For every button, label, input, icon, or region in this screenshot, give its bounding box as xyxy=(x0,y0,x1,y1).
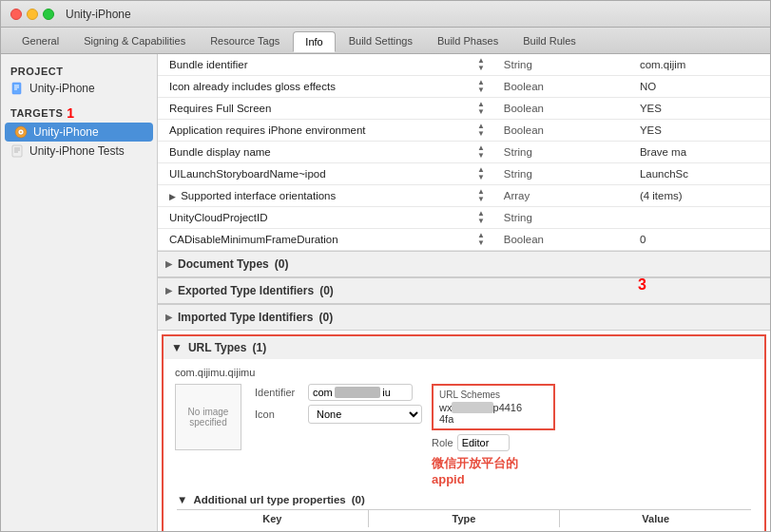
identifier-value-prefix: com xyxy=(313,387,333,398)
url-schemes-label: URL Schemes xyxy=(439,390,548,400)
tab-build-phases[interactable]: Build Phases xyxy=(426,31,510,50)
tab-general[interactable]: General xyxy=(10,31,70,50)
table-row: Application requires iPhone environment … xyxy=(158,120,770,142)
minimize-button[interactable] xyxy=(27,9,38,20)
stepper[interactable]: ▲▼ xyxy=(470,232,492,247)
icon-row: Icon None xyxy=(255,405,422,424)
url-types-count: (1) xyxy=(252,341,266,354)
stepper[interactable]: ▲▼ xyxy=(470,144,492,160)
tab-resource-tags[interactable]: Resource Tags xyxy=(199,31,291,50)
document-types-label: Document Types xyxy=(178,257,269,271)
expand-icon: ▼ xyxy=(171,341,183,354)
triangle-icon: ▼ xyxy=(177,494,187,505)
imported-types-label: Imported Type Identifiers xyxy=(178,311,313,324)
table-row: Icon already includes gloss effects ▲▼ B… xyxy=(158,76,770,98)
wx-prefix: wx xyxy=(439,402,452,413)
url-types-body: com.qijimu.qijimu No image specified Ide… xyxy=(164,359,764,531)
tab-build-rules[interactable]: Build Rules xyxy=(511,31,588,50)
col-type: Type xyxy=(369,510,561,527)
collapse-icon: ▶ xyxy=(165,286,172,295)
sidebar-unity-iphone[interactable]: Unity-iPhone xyxy=(5,123,153,142)
stepper[interactable]: ▲▼ xyxy=(470,166,492,181)
targets-section-label: TARGETS 1 xyxy=(1,98,157,123)
additional-count: (0) xyxy=(352,494,365,505)
exported-types-count: (0) xyxy=(319,284,334,297)
window-title: Unity-iPhone xyxy=(66,8,131,21)
expand-icon[interactable]: ▶ xyxy=(169,192,176,201)
table-row: UILaunchStoryboardName~ipod ▲▼ String La… xyxy=(158,163,770,185)
col-key: Key xyxy=(177,510,369,527)
stepper[interactable]: ▲▼ xyxy=(470,79,492,94)
role-label: Role xyxy=(432,437,453,448)
url-schemes-block: URL Schemes wx p4416 4fa Role Editor xyxy=(432,384,555,486)
url-types-label: URL Types xyxy=(188,341,247,354)
document-types-count: (0) xyxy=(275,257,289,271)
role-select[interactable]: Editor xyxy=(457,434,510,451)
collapse-icon: ▶ xyxy=(165,313,172,322)
chinese-annotation: 微信开放平台的 appid xyxy=(432,455,555,486)
table-row: UnityCloudProjectID ▲▼ String xyxy=(158,207,770,229)
key-bundle-display-name: Bundle display name xyxy=(158,142,464,163)
url-entry-name: com.qijimu.qijimu xyxy=(169,365,759,380)
table-row: ▶ Supported interface orientations ▲▼ Ar… xyxy=(158,185,770,207)
col-value: Value xyxy=(560,510,751,527)
info-table: Bundle identifier ▲▼ String com.qijim Ic… xyxy=(158,54,770,251)
no-image-text: No image specified xyxy=(176,407,241,428)
no-image-box: No image specified xyxy=(175,384,241,450)
key-launch-storyboard: UILaunchStoryboardName~ipod xyxy=(158,163,464,185)
key-cadisable: CADisableMinimumFrameDuration xyxy=(158,229,464,251)
document-icon xyxy=(10,82,24,95)
url-types-header[interactable]: ▼ URL Types (1) xyxy=(164,336,764,359)
tab-signing[interactable]: Signing & Capabilities xyxy=(72,31,197,50)
project-name: Unity-iPhone xyxy=(29,82,95,95)
url-types-section: ▼ URL Types (1) com.qijimu.qijimu No ima… xyxy=(162,334,766,531)
fullscreen-button[interactable] xyxy=(43,9,54,20)
annotation-3: 3 xyxy=(638,276,646,294)
role-row: Role Editor xyxy=(432,434,555,451)
sidebar-unity-iphone-tests[interactable]: Unity-iPhone Tests xyxy=(1,142,157,161)
document-types-header[interactable]: ▶ Document Types (0) xyxy=(158,251,770,277)
stepper[interactable]: ▲▼ xyxy=(470,188,492,203)
svg-point-6 xyxy=(20,131,22,133)
key-unity-cloud-id: UnityCloudProjectID xyxy=(158,207,464,229)
additional-label: Additional url type properties xyxy=(193,494,345,505)
identifier-row: Identifier com iu xyxy=(255,384,422,401)
sidebar-project-item[interactable]: Unity-iPhone xyxy=(1,79,157,98)
tab-info[interactable]: Info xyxy=(293,31,335,52)
fields-block: Identifier com iu Icon xyxy=(255,384,422,424)
url-schemes-value: wx p4416 4fa xyxy=(439,402,548,425)
exported-types-label: Exported Type Identifiers xyxy=(178,284,314,297)
stepper[interactable]: ▲▼ xyxy=(470,123,492,138)
additional-props: ▼ Additional url type properties (0) Key… xyxy=(169,490,759,531)
table-row: Requires Full Screen ▲▼ Boolean YES xyxy=(158,98,770,120)
tab-bar: General Signing & Capabilities Resource … xyxy=(1,28,770,54)
url-schemes-box: URL Schemes wx p4416 4fa xyxy=(432,384,555,430)
table-row: Bundle identifier ▲▼ String com.qijim xyxy=(158,54,770,76)
close-button[interactable] xyxy=(10,9,22,20)
url-entry-row: No image specified Identifier com iu xyxy=(169,380,759,490)
table-row: Bundle display name ▲▼ String Brave ma xyxy=(158,142,770,163)
key-iphone-env: Application requires iPhone environment xyxy=(158,120,464,142)
icon-select[interactable]: None xyxy=(308,405,422,424)
content-area: Bundle identifier ▲▼ String com.qijim Ic… xyxy=(158,54,770,531)
exported-types-header[interactable]: ▶ Exported Type Identifiers (0) 3 xyxy=(158,277,770,304)
additional-header[interactable]: ▼ Additional url type properties (0) xyxy=(177,494,751,505)
key-bundle-identifier: Bundle identifier xyxy=(158,54,464,76)
url-schemes-blurred xyxy=(452,402,492,413)
key-interface-orientations: ▶ Supported interface orientations xyxy=(158,185,464,207)
key-icon-gloss: Icon already includes gloss effects xyxy=(158,76,464,98)
sidebar: PROJECT Unity-iPhone TARGETS 1 xyxy=(1,54,158,531)
svg-rect-0 xyxy=(12,83,21,94)
tab-build-settings[interactable]: Build Settings xyxy=(337,31,424,50)
stepper[interactable]: ▲▼ xyxy=(470,57,492,72)
imported-types-header[interactable]: ▶ Imported Type Identifiers (0) xyxy=(158,304,770,331)
test-icon xyxy=(10,144,24,158)
svg-rect-7 xyxy=(12,145,22,157)
table-row: CADisableMinimumFrameDuration ▲▼ Boolean… xyxy=(158,229,770,251)
identifier-input[interactable]: com iu xyxy=(308,384,413,401)
stepper[interactable]: ▲▼ xyxy=(470,101,492,116)
traffic-lights xyxy=(10,9,54,20)
url-schemes-suffix: p4416 xyxy=(493,402,523,413)
stepper[interactable]: ▲▼ xyxy=(470,210,492,225)
key-type-value-header: Key Type Value xyxy=(177,509,751,527)
